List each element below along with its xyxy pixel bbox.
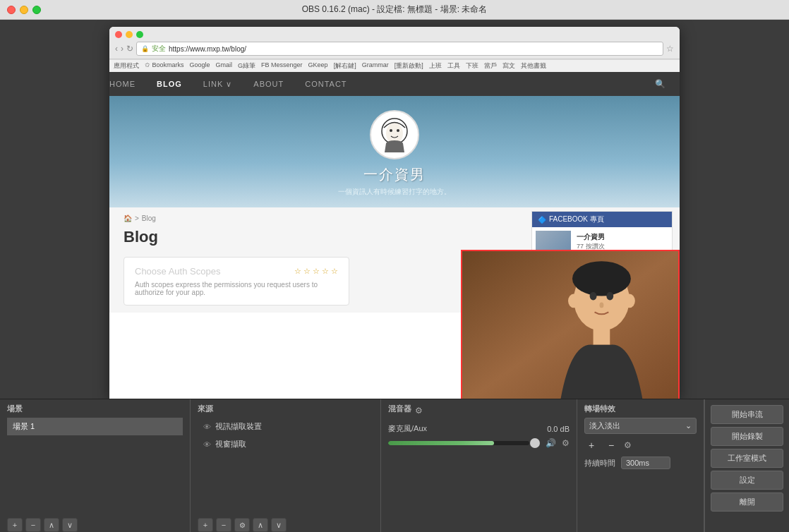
svg-point-8 [590, 292, 597, 301]
close-button[interactable] [7, 6, 16, 14]
preview-area: ‹ › ↻ 🔒 安全 https://www.mxp.tw/blog/ ☆ 應用… [0, 20, 789, 399]
bookmark-write[interactable]: 寫文 [502, 61, 515, 71]
bookmark-apps[interactable]: 應用程式 [114, 61, 139, 71]
avatar-drawing [373, 114, 416, 156]
transitions-panel: 轉場特效 淡入淡出 ⌄ + − ⚙ 持續時間 300ms [577, 399, 704, 532]
fb-header: 🔷 FACEBOOK 專頁 [532, 212, 672, 227]
sources-add-button[interactable]: + [198, 518, 213, 532]
mixer-gear-icon[interactable]: ⚙ [415, 406, 423, 416]
transition-selected-label: 淡入淡出 [589, 421, 620, 431]
nav-blog[interactable]: BLOG [157, 80, 182, 88]
scenes-down-button[interactable]: ∨ [62, 518, 78, 532]
action-buttons-section: 開始串流 開始錄製 工作室模式 設定 離開 [704, 399, 789, 532]
nav-about[interactable]: ABOUT [253, 80, 284, 88]
nav-contact[interactable]: CONTACT [305, 80, 347, 88]
website-content: HOME BLOG LINK ∨ ABOUT CONTACT 🔍 [109, 72, 680, 313]
mixer-header: 混音器 ⚙ [388, 404, 570, 418]
scene-item[interactable]: 場景 1 [7, 418, 183, 435]
bookmark-user[interactable]: 當戶 [484, 61, 497, 71]
transition-dropdown[interactable]: 淡入淡出 ⌄ [584, 418, 697, 434]
scenes-add-button[interactable]: + [7, 518, 23, 532]
bookmark-work[interactable]: 上班 [429, 61, 442, 71]
address-bar[interactable]: 🔒 安全 https://www.mxp.tw/blog/ [136, 42, 663, 56]
nav-link[interactable]: LINK ∨ [203, 80, 233, 89]
source-item-window[interactable]: 👁 視窗擷取 [198, 435, 373, 453]
lock-icon: 🔒 [141, 45, 149, 52]
transition-controls: + − ⚙ [584, 438, 697, 452]
bookmark-gkeep[interactable]: GKeep [308, 61, 328, 71]
transition-add-button[interactable]: + [584, 438, 598, 452]
mixer-panel-title: 混音器 [388, 404, 411, 414]
svg-point-7 [572, 261, 631, 296]
maximize-button[interactable] [32, 6, 41, 14]
bookmark-offwork[interactable]: 下班 [466, 61, 478, 71]
bookmark-other[interactable]: 其他書籤 [521, 61, 546, 71]
panels-row: 場景 場景 1 + − ∧ ∨ 來源 👁 視訊擷取裝置 [0, 399, 789, 532]
chevron-down-icon: ⌄ [685, 421, 692, 430]
nav-home[interactable]: HOME [109, 80, 135, 88]
track-label: 麥克風/Aux [388, 423, 427, 434]
forward-icon[interactable]: › [121, 44, 124, 54]
url-display: https://www.mxp.tw/blog/ [169, 45, 246, 53]
bookmark-rightclick[interactable]: [解右鍵] [334, 61, 356, 71]
start-stream-button[interactable]: 開始串流 [711, 405, 783, 424]
sources-remove-button[interactable]: − [216, 518, 231, 532]
studio-mode-button[interactable]: 工作室模式 [711, 449, 783, 468]
bookmark-fb[interactable]: FB Messenger [261, 61, 303, 71]
transition-gear-icon[interactable]: ⚙ [624, 440, 632, 450]
bookmark-grammar[interactable]: Grammar [362, 61, 389, 71]
security-label: 安全 [152, 44, 166, 54]
browser-maximize[interactable] [136, 31, 143, 38]
source-item-video[interactable]: 👁 視訊擷取裝置 [198, 418, 373, 435]
title-bar: OBS 0.16.2 (mac) - 設定檔: 無標題 - 場景: 未命名 [0, 0, 789, 20]
source-video-label: 視訊擷取裝置 [215, 421, 262, 432]
minimize-button[interactable] [20, 6, 28, 14]
duration-row: 持續時間 300ms [584, 457, 697, 469]
auth-stars: ☆ ☆ ☆ ☆ ☆ [294, 267, 338, 276]
bookmark-reload[interactable]: [重新啟動] [394, 61, 423, 71]
volume-bar-container: 🔊 ⚙ [388, 438, 570, 448]
bookmark-google[interactable]: Google [190, 61, 210, 71]
scenes-panel-title: 場景 [7, 404, 183, 414]
bookmark-star[interactable]: ☆ [666, 44, 674, 54]
nav-search-icon[interactable]: 🔍 [655, 79, 665, 89]
bookmark-tools[interactable]: 工具 [447, 61, 460, 71]
sources-settings-button[interactable]: ⚙ [234, 518, 250, 532]
refresh-icon[interactable]: ↻ [126, 44, 133, 54]
traffic-lights [7, 6, 41, 14]
webcam-feed [462, 251, 678, 399]
volume-bar[interactable] [388, 441, 529, 445]
scenes-controls: + − ∧ ∨ [7, 514, 183, 532]
bookmark-g-green[interactable]: G綠筆 [238, 61, 255, 71]
scenes-remove-button[interactable]: − [25, 518, 41, 532]
exit-button[interactable]: 離開 [711, 492, 783, 512]
back-icon[interactable]: ‹ [115, 44, 118, 54]
track-db: 0.0 dB [547, 425, 570, 433]
sources-panel-title: 來源 [198, 404, 373, 414]
site-title: 一介資男 [363, 165, 426, 184]
transition-remove-button[interactable]: − [604, 438, 618, 452]
speaker-icon[interactable]: 🔊 [546, 438, 556, 448]
website-nav: HOME BLOG LINK ∨ ABOUT CONTACT 🔍 [109, 72, 680, 96]
bookmark-bookmarks[interactable]: ✩ Bookmarks [145, 61, 184, 71]
browser-close[interactable] [115, 31, 122, 38]
duration-input[interactable]: 300ms [621, 457, 670, 469]
fb-page-name: 一介資男 [577, 232, 607, 242]
bookmark-gmail[interactable]: Gmail [216, 61, 233, 71]
svg-rect-11 [594, 327, 610, 345]
settings-button[interactable]: 設定 [711, 471, 783, 490]
auth-scopes-title: Choose Auth Scopes [135, 266, 220, 277]
start-record-button[interactable]: 開始錄製 [711, 427, 783, 446]
eye-icon: 👁 [203, 423, 211, 431]
auth-scopes-desc: Auth scopes express the permissions you … [135, 281, 338, 296]
sources-down-button[interactable]: ∨ [271, 518, 287, 532]
volume-gear-icon[interactable]: ⚙ [562, 438, 570, 448]
sources-up-button[interactable]: ∧ [253, 518, 268, 532]
volume-knob[interactable] [530, 438, 540, 448]
sources-panel: 來源 👁 視訊擷取裝置 👁 視窗擷取 + − ⚙ ∧ ∨ [191, 399, 381, 532]
website-hero: 一介資男 一個資訊人有時候練習打字的地方。 [109, 96, 680, 207]
scenes-up-button[interactable]: ∧ [44, 518, 59, 532]
browser-traffic-lights [115, 31, 674, 38]
browser-minimize[interactable] [126, 31, 133, 38]
mixer-track: 麥克風/Aux 0.0 dB 🔊 ⚙ [388, 418, 570, 454]
